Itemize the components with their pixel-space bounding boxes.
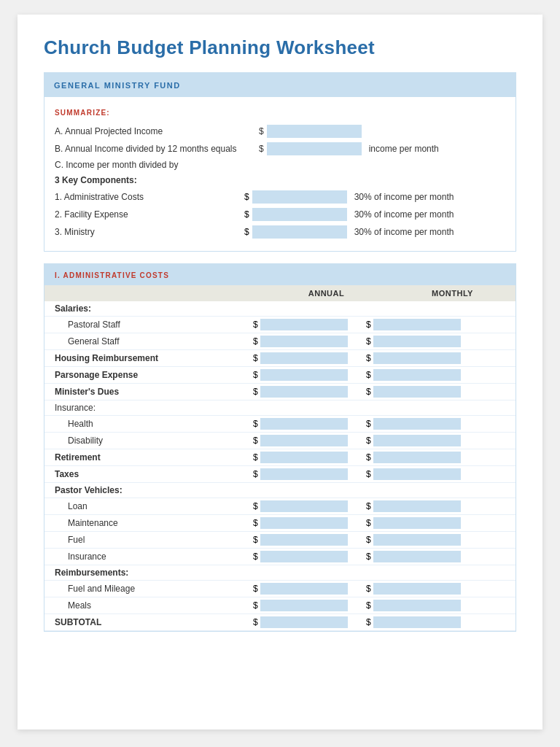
general-ministry-header: GENERAL MINISTRY FUND: [44, 72, 516, 97]
admin-row-maintenance: Maintenance $ $: [44, 515, 516, 532]
loan-annual-input[interactable]: [260, 500, 348, 512]
admin-costs-note: 30% of income per month: [354, 192, 454, 202]
parsonage-annual-input[interactable]: [260, 369, 348, 381]
ministers-dues-monthly-input[interactable]: [373, 386, 461, 398]
health-annual-input[interactable]: [260, 418, 348, 430]
housing-annual-input[interactable]: [260, 352, 348, 364]
admin-row-taxes: Taxes $ $: [44, 466, 516, 483]
admin-costs-input[interactable]: [252, 190, 347, 204]
general-staff-annual-input[interactable]: [260, 336, 348, 347]
loan-monthly-input[interactable]: [373, 500, 461, 512]
admin-row-fuel-mileage: Fuel and Mileage $ $: [44, 581, 516, 597]
summarize-label: SUMMARIZE:: [44, 106, 516, 123]
admin-costs-header-text: I. ADMINISTRATIVE COSTS: [55, 271, 169, 279]
ministers-dues-annual-input[interactable]: [260, 386, 348, 398]
admin-row-salaries: Salaries:: [44, 301, 516, 317]
summary-row-b-label: B. Annual Income divided by 12 months eq…: [55, 144, 259, 154]
housing-monthly-input[interactable]: [373, 352, 461, 364]
admin-row-health: Health $ $: [44, 416, 516, 433]
summary-row-c: C. Income per month divided by: [44, 158, 516, 172]
kc-facility-label: 2. Facility Expense: [55, 209, 244, 220]
vehicle-insurance-label: Insurance: [55, 551, 253, 562]
col-monthly-header: MONTHLY: [389, 289, 516, 298]
maintenance-annual-input[interactable]: [260, 517, 348, 529]
insurance-label: Insurance:: [55, 403, 253, 413]
vehicle-insurance-annual-input[interactable]: [260, 551, 348, 562]
pastoral-staff-monthly-input[interactable]: [373, 319, 461, 330]
disability-annual-input[interactable]: [260, 435, 348, 446]
kc-admin-label: 1. Administrative Costs: [55, 192, 244, 202]
key-components-title: 3 Key Components:: [55, 175, 505, 185]
taxes-monthly-input[interactable]: [373, 468, 461, 480]
income-per-month-note: income per month: [369, 144, 439, 154]
disability-label: Disability: [55, 436, 253, 446]
reimbursements-label: Reimbursements:: [55, 568, 253, 578]
summary-row-a: A. Annual Projected Income $: [44, 123, 516, 140]
fuel-mileage-annual-input[interactable]: [260, 583, 348, 595]
retirement-label: Retirement: [55, 452, 253, 462]
meals-annual-input[interactable]: [260, 600, 348, 611]
salaries-label: Salaries:: [55, 303, 253, 314]
disability-monthly-input[interactable]: [373, 435, 461, 446]
taxes-annual-input[interactable]: [260, 468, 348, 480]
health-monthly-input[interactable]: [373, 418, 461, 430]
summary-row-c-label: C. Income per month divided by: [55, 160, 259, 170]
kc-row-facility: 2. Facility Expense $ 30% of income per …: [55, 206, 505, 223]
admin-row-insurance-header: Insurance:: [44, 400, 516, 416]
kc-row-ministry: 3. Ministry $ 30% of income per month: [55, 223, 505, 241]
col-annual-header: ANNUAL: [263, 289, 389, 298]
admin-row-subtotal: SUBTOTAL $ $: [44, 614, 516, 631]
admin-row-pastor-vehicles: Pastor Vehicles:: [44, 483, 516, 498]
annual-projected-income-input[interactable]: [267, 125, 362, 138]
admin-row-fuel: Fuel $ $: [44, 532, 516, 549]
fuel-mileage-monthly-input[interactable]: [373, 583, 461, 595]
ministers-dues-label: Minister's Dues: [55, 387, 253, 397]
subtotal-annual-input[interactable]: [260, 616, 348, 628]
ministry-input[interactable]: [252, 225, 347, 239]
admin-costs-section: I. ADMINISTRATIVE COSTS ANNUAL MONTHLY S…: [44, 263, 516, 632]
key-components-block: 3 Key Components: 1. Administrative Cost…: [44, 172, 516, 242]
fuel-annual-input[interactable]: [260, 534, 348, 546]
pastor-vehicles-label: Pastor Vehicles:: [55, 485, 253, 495]
maintenance-monthly-input[interactable]: [373, 517, 461, 529]
pastoral-staff-annual-input[interactable]: [260, 319, 348, 330]
fuel-monthly-input[interactable]: [373, 534, 461, 546]
kc-row-admin: 1. Administrative Costs $ 30% of income …: [55, 188, 505, 206]
admin-row-parsonage: Parsonage Expense $ $: [44, 367, 516, 384]
summary-row-b: B. Annual Income divided by 12 months eq…: [44, 140, 516, 158]
maintenance-label: Maintenance: [55, 518, 253, 528]
parsonage-monthly-input[interactable]: [373, 369, 461, 381]
admin-row-general-staff: General Staff $ $: [44, 333, 516, 350]
summary-row-a-label: A. Annual Projected Income: [55, 126, 259, 136]
subtotal-monthly-input[interactable]: [373, 616, 461, 628]
admin-row-reimbursements: Reimbursements:: [44, 565, 516, 581]
page: Church Budget Planning Worksheet GENERAL…: [18, 15, 542, 729]
kc-ministry-label: 3. Ministry: [55, 227, 244, 237]
admin-row-meals: Meals $ $: [44, 597, 516, 614]
facility-expense-note: 30% of income per month: [354, 209, 454, 220]
subtotal-label: SUBTOTAL: [55, 617, 253, 627]
page-title: Church Budget Planning Worksheet: [44, 36, 516, 59]
vehicle-insurance-monthly-input[interactable]: [373, 551, 461, 562]
admin-row-ministers-dues: Minister's Dues $ $: [44, 384, 516, 400]
ministry-note: 30% of income per month: [354, 227, 454, 237]
fuel-label: Fuel: [55, 535, 253, 545]
taxes-label: Taxes: [55, 469, 253, 479]
facility-expense-input[interactable]: [252, 208, 347, 221]
admin-row-loan: Loan $ $: [44, 498, 516, 515]
general-ministry-header-text: GENERAL MINISTRY FUND: [54, 81, 181, 90]
retirement-annual-input[interactable]: [260, 452, 348, 463]
admin-cols-header: ANNUAL MONTHLY: [44, 285, 516, 301]
retirement-monthly-input[interactable]: [373, 452, 461, 463]
admin-row-disability: Disability $ $: [44, 433, 516, 449]
annual-income-divided-input[interactable]: [267, 142, 362, 155]
pastoral-staff-label: Pastoral Staff: [55, 320, 253, 330]
general-staff-monthly-input[interactable]: [373, 336, 461, 347]
summary-block: SUMMARIZE: A. Annual Projected Income $ …: [44, 97, 516, 252]
admin-row-vehicle-insurance: Insurance $ $: [44, 549, 516, 565]
admin-row-housing: Housing Reimbursement $ $: [44, 350, 516, 367]
fuel-mileage-label: Fuel and Mileage: [55, 584, 253, 594]
meals-monthly-input[interactable]: [373, 600, 461, 611]
housing-label: Housing Reimbursement: [55, 353, 253, 363]
loan-label: Loan: [55, 501, 253, 511]
